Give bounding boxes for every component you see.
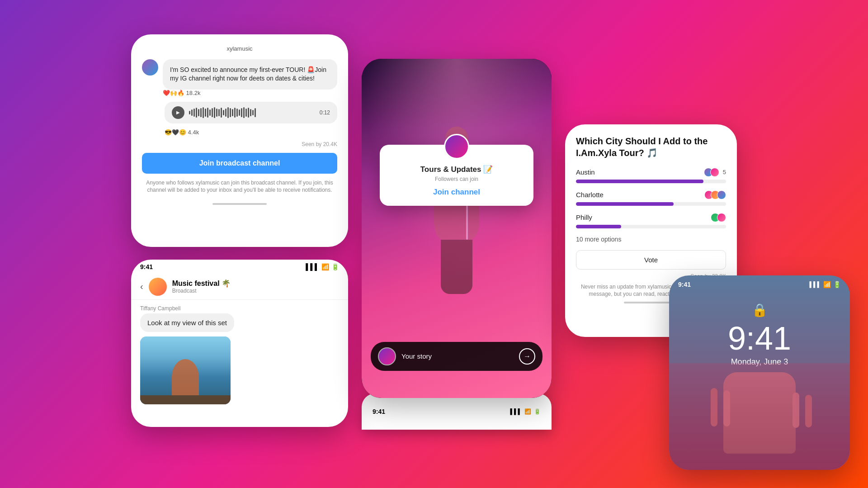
philly-bar — [576, 225, 621, 228]
wifi-icon: 📶 — [321, 263, 329, 270]
waveform — [189, 107, 315, 118]
status-time: 9:41 — [140, 263, 153, 270]
lock-battery-icon: 🔋 — [833, 281, 841, 288]
music-festival-card: 9:41 ▌▌▌ 📶 🔋 ‹ Music festival 🌴 Broadcas… — [131, 260, 348, 427]
message-reactions: ❤️🙌🔥 18.2k — [163, 90, 337, 96]
austin-bar — [576, 180, 703, 183]
poll-option-austin: Austin 5 — [576, 168, 726, 183]
story-label: Your story — [401, 352, 514, 360]
bottom-battery-icon: 🔋 — [534, 408, 541, 415]
avatar — [142, 59, 158, 76]
chat-avatar — [149, 278, 167, 296]
audio-message[interactable]: ▶ — [165, 102, 337, 123]
join-description: Anyone who follows xylamusic can join th… — [142, 179, 337, 194]
bottom-signal-icon: ▌▌▌ — [510, 408, 522, 415]
philly-voters — [711, 213, 726, 222]
play-button[interactable]: ▶ — [172, 106, 184, 119]
lock-screen-card: 9:41 ▌▌▌ 📶 🔋 🔒 9:41 Monday, June 3 — [669, 275, 850, 470]
channel-name: Tours & Updates 📝 — [393, 165, 520, 174]
bottom-status-icons: ▌▌▌ 📶 🔋 — [510, 408, 541, 415]
lock-wifi-icon: 📶 — [823, 281, 831, 288]
sender-name: Tiffany Campbell — [140, 305, 339, 312]
city-philly: Philly — [576, 213, 592, 221]
charlotte-voters — [704, 190, 726, 199]
battery-icon: 🔋 — [331, 263, 339, 270]
bottom-phone-strip: 9:41 ▌▌▌ 📶 🔋 — [362, 393, 552, 430]
poll-option-charlotte: Charlotte — [576, 190, 726, 206]
story-next-button[interactable]: → — [519, 348, 535, 365]
channel-popup: Tours & Updates 📝 Followers can join Joi… — [380, 145, 533, 206]
poll-title: Which City Should I Add to the I.Am.Xyla… — [576, 135, 726, 159]
vote-button[interactable]: Vote — [576, 250, 726, 270]
join-channel-button[interactable]: Join channel — [433, 188, 480, 197]
audio-duration: 0:12 — [320, 109, 330, 116]
concert-image — [140, 336, 231, 404]
audio-reactions: 😎🖤😊 4.4k — [165, 129, 337, 136]
status-icons: ▌▌▌ 📶 🔋 — [306, 263, 339, 270]
lock-status-icons: ▌▌▌ 📶 🔋 — [809, 281, 841, 288]
chat-title: Music festival 🌴 — [172, 279, 231, 288]
broadcast-channel-card: xylamusic I'm SO excited to announce my … — [131, 34, 348, 247]
username-label: xylamusic — [142, 45, 337, 52]
performer-phone-card: Tours & Updates 📝 Followers can join Joi… — [362, 59, 552, 398]
chat-subtitle: Broadcast — [172, 288, 231, 294]
story-avatar — [378, 347, 396, 365]
signal-icon: ▌▌▌ — [306, 263, 319, 270]
back-button[interactable]: ‹ — [140, 281, 143, 292]
charlotte-bar — [576, 202, 674, 206]
channel-avatar — [444, 134, 469, 159]
austin-count: 5 — [723, 169, 726, 175]
austin-voters: 5 — [704, 168, 726, 177]
poll-option-philly: Philly — [576, 213, 726, 228]
bottom-wifi-icon: 📶 — [524, 408, 531, 415]
city-charlotte: Charlotte — [576, 191, 604, 199]
more-options: 10 more options — [576, 236, 726, 243]
lock-time: 9:41 — [669, 322, 850, 355]
lock-status-time: 9:41 — [678, 281, 691, 288]
bottom-status-time: 9:41 — [373, 408, 385, 415]
lock-status-bar: 9:41 ▌▌▌ 📶 🔋 — [669, 275, 850, 294]
status-bar: 9:41 ▌▌▌ 📶 🔋 — [131, 260, 348, 274]
followers-text: Followers can join — [393, 176, 520, 182]
chat-body: Tiffany Campbell Look at my view of this… — [131, 300, 348, 410]
lock-icon: 🔒 — [669, 303, 850, 317]
story-bar[interactable]: Your story → — [371, 342, 542, 371]
city-austin: Austin — [576, 168, 595, 176]
chat-header: ‹ Music festival 🌴 Broadcast — [131, 274, 348, 300]
message-bubble: I'm SO excited to announce my first-ever… — [163, 59, 337, 90]
join-broadcast-button[interactable]: Join broadcast channel — [142, 153, 337, 174]
lock-signal-icon: ▌▌▌ — [809, 281, 821, 288]
home-indicator — [212, 203, 267, 205]
seen-label: Seen by 20.4K — [142, 141, 337, 147]
hand-overlay — [669, 363, 850, 470]
chat-message: Look at my view of this set — [140, 313, 234, 332]
